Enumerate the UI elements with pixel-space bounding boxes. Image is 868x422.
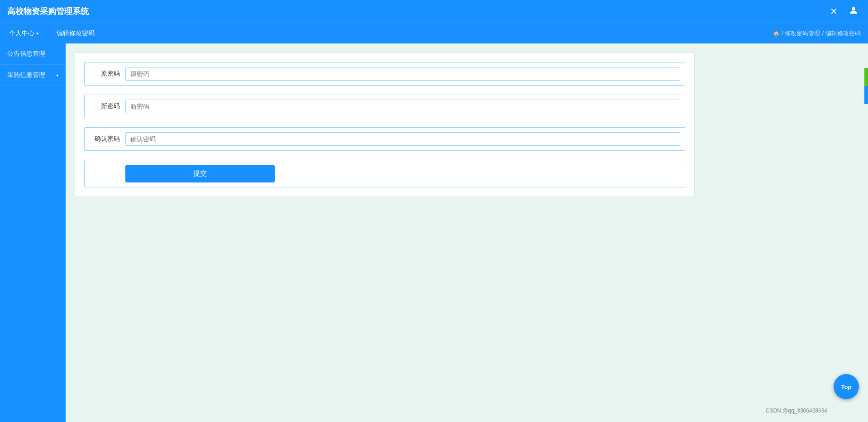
watermark: CSDN @qq_3306428634 [766,408,827,414]
layout: 公告信息管理 采购信息管理 ▾ 原密码 新密码 确认密码 [0,43,868,422]
app-title: 高校物资采购管理系统 [7,6,89,17]
sidebar-item-procurement-label: 采购信息管理 [7,71,45,79]
top-button-label: Top [841,384,852,390]
old-password-input[interactable] [125,67,680,81]
new-password-input[interactable] [125,100,680,113]
sidebar-item-announcement-label: 公告信息管理 [7,50,45,58]
breadcrumb-separator1: / [782,30,783,37]
navbar: 个人中心 ▾ 编辑修改密码 🏠 / 修改密码管理 / 编辑修改密码 [0,23,868,43]
submit-button[interactable]: 提交 [125,165,275,182]
old-password-row: 原密码 [84,62,685,86]
new-password-label: 新密码 [89,102,125,110]
breadcrumb-separator2: / [822,30,824,37]
confirm-password-label: 确认密码 [89,135,125,143]
header-icons: ✕ [826,4,861,19]
sidebar-item-announcement[interactable]: 公告信息管理 [0,43,66,65]
confirm-password-input[interactable] [125,132,680,146]
breadcrumb-level2: 编辑修改密码 [825,29,861,38]
svg-point-0 [852,7,855,10]
new-password-row: 新密码 [84,95,685,118]
breadcrumb: 🏠 / 修改密码管理 / 编辑修改密码 [773,29,861,38]
procurement-chevron-icon: ▾ [56,73,58,78]
top-button[interactable]: Top [834,374,859,399]
confirm-password-row: 确认密码 [84,127,685,151]
nav-personal-center[interactable]: 个人中心 ▾ [0,23,48,44]
nav-edit-password[interactable]: 编辑修改密码 [48,23,104,44]
form-card: 原密码 新密码 确认密码 提交 [75,53,695,197]
old-password-label: 原密码 [89,70,125,78]
main-content: 原密码 新密码 确认密码 提交 [66,43,868,422]
user-icon [849,5,858,18]
close-icon: ✕ [830,6,838,17]
breadcrumb-level1: 修改密码管理 [785,29,820,38]
user-button[interactable] [846,4,861,19]
header: 高校物资采购管理系统 ✕ [0,0,868,23]
submit-row: 提交 [84,160,685,187]
personal-center-chevron-icon: ▾ [36,31,38,36]
sidebar: 公告信息管理 采购信息管理 ▾ [0,43,66,422]
right-accent-bar [864,68,868,104]
sidebar-item-procurement[interactable]: 采购信息管理 ▾ [0,65,66,86]
home-icon[interactable]: 🏠 [773,30,780,37]
close-button[interactable]: ✕ [826,4,841,19]
nav-edit-password-label: 编辑修改密码 [57,29,95,38]
watermark-text: CSDN @qq_3306428634 [766,408,827,414]
nav-personal-center-label: 个人中心 [9,29,34,38]
